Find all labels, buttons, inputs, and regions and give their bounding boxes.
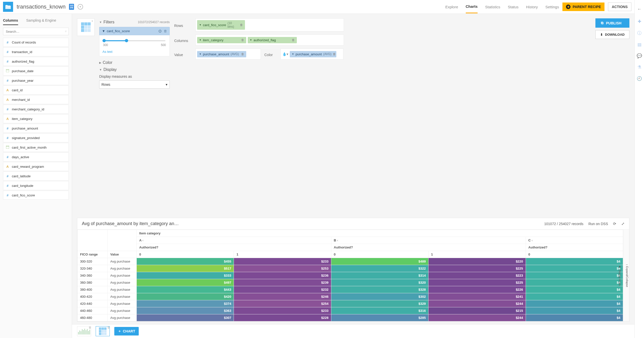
column-transaction_id[interactable]: #transaction_id: [3, 47, 69, 56]
column-card_first_active_month[interactable]: card_first_active_month: [3, 143, 69, 152]
tab-status[interactable]: Status: [508, 1, 519, 13]
refresh-icon[interactable]: ⟳: [613, 222, 616, 226]
nav-tabs: ExploreChartsStatisticsStatusHistorySett…: [445, 0, 559, 13]
filter-chip-fico[interactable]: ▼card_fico_score⏻🗑: [99, 27, 170, 35]
value-shelf[interactable]: ▼purchase_amount (AVG)🗑: [195, 49, 261, 60]
svg-rect-0: [6, 69, 9, 72]
chart-thumb-pivot[interactable]: 🗑: [96, 326, 110, 336]
add-chart-button[interactable]: ＋CHART: [114, 327, 139, 335]
column-merchant_category_id[interactable]: #merchant_category_id: [3, 105, 69, 114]
records-info: 101072 / 254027 records: [544, 222, 583, 226]
column-card_reward_program[interactable]: Acard_reward_program: [3, 162, 69, 171]
trash-icon[interactable]: 🗑: [333, 52, 336, 56]
run-on-dss[interactable]: Run on DSS: [588, 222, 608, 226]
rail-comment-icon[interactable]: 💬: [637, 53, 642, 59]
column-purchase_date[interactable]: purchase_date: [3, 66, 69, 75]
rail-lab-icon[interactable]: ⚗: [637, 65, 641, 70]
publish-icon: ⧉: [601, 21, 603, 25]
filter-record-count: 101072/254027 records: [138, 20, 170, 24]
search-input[interactable]: [3, 28, 69, 35]
tab-settings[interactable]: Settings: [545, 1, 559, 13]
right-rail: ← ✚ ⓘ ▤ 💬 ⚗ 🕘: [634, 0, 644, 338]
column-card_fico_score[interactable]: #card_fico_score: [3, 191, 69, 200]
download-button[interactable]: ⬇DOWNLOAD: [595, 30, 629, 39]
recipe-icon: ✚: [566, 5, 570, 9]
color-shelf[interactable]: 💧▾ ▼purchase_amount (AVG)🗑: [280, 49, 343, 60]
range-slider[interactable]: [103, 40, 165, 41]
column-Count of records[interactable]: #Count of records: [3, 38, 69, 47]
tab-history[interactable]: History: [526, 1, 538, 13]
trash-icon[interactable]: 🗑: [241, 38, 244, 42]
column-card_latitude[interactable]: #card_latitude: [3, 172, 69, 181]
rail-info-icon[interactable]: ⓘ: [637, 30, 641, 36]
filter-trash-icon[interactable]: 🗑: [164, 29, 167, 33]
parent-recipe-label: PARENT RECIPE: [573, 5, 601, 9]
color-shelf-label: Color: [264, 51, 277, 57]
rows-shelf-label: Rows: [174, 22, 192, 28]
search-icon: ⌕: [65, 29, 67, 33]
rail-history-icon[interactable]: 🕘: [637, 76, 642, 81]
trash-icon[interactable]: 🗑: [240, 23, 243, 27]
trash-icon[interactable]: 🗑: [241, 52, 244, 56]
column-card_id[interactable]: Acard_id: [3, 86, 69, 95]
range-min: 300: [103, 43, 108, 47]
display-totals-toggle[interactable]: ✚ Display totals: [618, 265, 622, 286]
filters-header[interactable]: ▼Filters101072/254027 records: [99, 20, 170, 24]
chart-thumb-bars[interactable]: 🗑: [77, 326, 91, 336]
svg-rect-2: [6, 146, 9, 149]
tab-charts[interactable]: Charts: [466, 0, 478, 13]
left-tab-columns[interactable]: Columns: [3, 16, 18, 25]
compass-icon[interactable]: ✦: [78, 4, 83, 10]
collapse-rail-icon[interactable]: ←: [636, 6, 643, 13]
range-max: 500: [161, 43, 166, 47]
expand-collapse-toggle[interactable]: ↕ Expand/Collapse: [626, 264, 629, 287]
pill-purchase-amount-value[interactable]: ▼purchase_amount (AVG)🗑: [197, 51, 246, 57]
expand-icon[interactable]: ⤢: [621, 222, 625, 226]
tab-statistics[interactable]: Statistics: [485, 1, 500, 13]
dataset-name: transactions_known: [17, 4, 65, 10]
cols-shelf-label: Columns: [174, 37, 192, 43]
chart-type-selector[interactable]: [77, 18, 95, 36]
trash-icon[interactable]: 🗑: [107, 326, 110, 329]
actions-button[interactable]: ACTIONS: [608, 3, 631, 11]
display-measures-select[interactable]: Rows▾: [99, 80, 170, 89]
tab-explore[interactable]: Explore: [445, 1, 458, 13]
plus-icon: ＋: [118, 329, 121, 333]
column-signature_provided[interactable]: #signature_provided: [3, 133, 69, 142]
column-merchant_id[interactable]: Amerchant_id: [3, 95, 69, 104]
pill-purchase-amount-color[interactable]: ▼purchase_amount (AVG)🗑: [290, 51, 336, 57]
display-measures-label: Display measures as: [99, 74, 170, 78]
rows-shelf[interactable]: ▼card_fico_score (10 bins)🗑: [195, 18, 344, 31]
column-days_active[interactable]: #days_active: [3, 152, 69, 161]
display-section-header[interactable]: ▼Display: [99, 67, 170, 72]
column-card_longitude[interactable]: #card_longitude: [3, 181, 69, 190]
trash-icon[interactable]: 🗑: [292, 38, 295, 42]
as-text-link[interactable]: As text: [102, 50, 113, 54]
rail-stack-icon[interactable]: ▤: [637, 42, 641, 47]
rail-add-icon[interactable]: ✚: [638, 19, 641, 24]
column-purchase_amount[interactable]: #purchase_amount: [3, 124, 69, 133]
value-shelf-label: Value: [174, 51, 192, 57]
column-item_category[interactable]: Aitem_category: [3, 114, 69, 123]
left-tab-sampling[interactable]: Sampling & Engine: [26, 16, 56, 25]
pill-card-fico-score[interactable]: ▼card_fico_score (10 bins)🗑: [197, 20, 245, 30]
filter-power-icon[interactable]: ⏻: [158, 29, 162, 33]
column-purchase_year[interactable]: #purchase_year: [3, 76, 69, 85]
column-list: #Count of records#transaction_id#authori…: [0, 38, 72, 338]
chart-title: Avg of purchase_amount by item_category …: [82, 221, 539, 226]
gdpr-badge: GD PR: [69, 4, 74, 10]
pivot-table-icon: [81, 22, 91, 32]
color-section-header[interactable]: ▶Color: [99, 60, 170, 65]
pivot-table: Item categoryA ‹B ‹C ‹Authorized?Authori…: [77, 230, 623, 321]
column-authorized_flag[interactable]: #authorized_flag: [3, 57, 69, 66]
dataset-icon[interactable]: [3, 2, 13, 12]
trash-icon[interactable]: 🗑: [89, 326, 91, 329]
parent-recipe-button[interactable]: ✚ PARENT RECIPE: [562, 3, 604, 11]
publish-button[interactable]: ⧉PUBLISH: [595, 18, 629, 28]
download-icon: ⬇: [600, 33, 603, 36]
pill-item-category[interactable]: ▼item_category🗑: [197, 37, 246, 43]
pill-authorized-flag[interactable]: ▼authorized_flag🗑: [248, 37, 297, 43]
droplet-icon[interactable]: 💧▾: [282, 52, 288, 56]
columns-shelf[interactable]: ▼item_category🗑 ▼authorized_flag🗑: [195, 34, 344, 46]
